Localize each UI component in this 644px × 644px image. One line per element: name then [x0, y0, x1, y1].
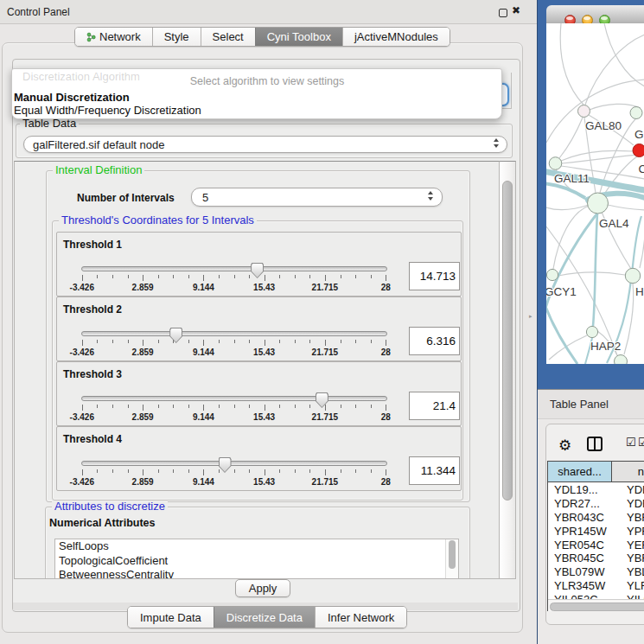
network-edge[interactable] — [559, 118, 583, 158]
algorithm-dropdown-popup: Discretization Algorithm Select algorith… — [11, 68, 502, 119]
mode-tab-impute-data[interactable]: Impute Data — [128, 607, 214, 628]
table-toolbar: ⚙ ☑ ☑ — [545, 435, 644, 456]
network-node[interactable] — [546, 269, 558, 280]
algorithm-option[interactable]: Manual Discretization — [14, 91, 130, 104]
apply-button[interactable]: Apply — [235, 579, 290, 597]
network-node[interactable] — [633, 144, 644, 157]
network-edge[interactable] — [560, 23, 583, 105]
number-of-intervals-spinner[interactable]: 5 — [191, 188, 443, 207]
network-edge[interactable] — [640, 235, 644, 268]
threshold-value-field[interactable]: 11.344 — [409, 456, 460, 485]
tab-style[interactable]: Style — [152, 28, 201, 46]
close-icon[interactable]: ✖ — [512, 4, 520, 16]
slider-tick — [234, 469, 235, 473]
slider-tick-label: 28 — [381, 283, 391, 292]
table-row[interactable]: YDL19...YDL1 — [548, 483, 644, 497]
slider-tick — [386, 469, 386, 475]
table-data-combobox[interactable]: galFiltered.sif default node — [23, 136, 507, 153]
attributes-scrollbar-thumb[interactable] — [449, 540, 456, 569]
slider-thumb[interactable] — [251, 263, 264, 278]
slider-tick-label: 21.715 — [312, 348, 339, 357]
table-horizontal-scrollbar[interactable] — [548, 599, 644, 611]
slider-tick — [203, 340, 204, 346]
tab-label: Network — [99, 30, 141, 43]
table-cell: YBR0 — [620, 511, 644, 524]
slider-thumb[interactable] — [316, 392, 328, 408]
cyni-settings-viewport: Interval Definition Number of Intervals … — [14, 161, 501, 579]
table-cell: YBL079W — [548, 565, 620, 578]
tab-select[interactable]: Select — [201, 28, 255, 46]
slider-track[interactable] — [81, 266, 387, 271]
slider-track[interactable] — [81, 331, 387, 336]
attributes-list-scrollbar[interactable] — [445, 539, 458, 579]
network-edge[interactable] — [608, 205, 644, 210]
list-item[interactable]: SelfLoops — [55, 539, 458, 554]
table-row[interactable]: YBR045CYBR0 — [548, 552, 644, 565]
list-item[interactable]: TopologicalCoefficient — [55, 554, 458, 569]
tab-jactivemnodules[interactable]: jActiveMNodules — [342, 28, 450, 46]
threshold-value-field[interactable]: 21.4 — [409, 392, 460, 420]
tab-cyni-toolbox[interactable]: Cyni Toolbox — [255, 28, 342, 46]
network-node[interactable] — [578, 105, 590, 118]
table-row[interactable]: YPR145WYPR1 — [548, 524, 644, 538]
column-header[interactable]: shared... — [548, 462, 612, 481]
table-row[interactable]: YLR345WYLR3 — [548, 579, 644, 593]
tab-network[interactable]: Network — [75, 28, 152, 46]
slider-thumb[interactable] — [169, 328, 182, 343]
mode-tab-infer-network[interactable]: Infer Network — [315, 607, 406, 628]
gear-icon[interactable]: ⚙ — [558, 436, 571, 455]
network-node[interactable] — [549, 157, 562, 170]
threshold-value-field[interactable]: 14.713 — [409, 262, 460, 290]
network-edge[interactable] — [604, 23, 644, 86]
network-node[interactable] — [615, 355, 628, 365]
slider-tick — [234, 340, 235, 343]
network-view-canvas[interactable]: GAL80G.CGAL11GAL4GCY1HHAP2 — [546, 23, 644, 364]
slider-tick — [249, 275, 250, 278]
slider-tick — [325, 275, 326, 281]
slider-tick — [371, 275, 372, 278]
slider-track[interactable] — [81, 461, 387, 466]
network-window-titlebar[interactable] — [546, 5, 644, 24]
table-row[interactable]: YBL079WYBL0 — [548, 565, 644, 579]
slider-thumb[interactable] — [219, 457, 232, 473]
tab-label: jActiveMNodules — [354, 30, 438, 43]
slider-tick — [203, 405, 204, 411]
slider-tick — [309, 340, 310, 343]
slider-track[interactable] — [81, 396, 387, 401]
network-node[interactable] — [588, 193, 609, 214]
mode-tab-discretize-data[interactable]: Discretize Data — [214, 607, 315, 628]
numerical-attributes-list[interactable]: SelfLoopsTopologicalCoefficientBetweenne… — [54, 539, 459, 579]
slider-tick-label: 15.43 — [253, 348, 275, 357]
network-node[interactable] — [625, 268, 640, 283]
column-header[interactable]: na — [612, 462, 644, 481]
network-node[interactable] — [586, 326, 597, 337]
network-node[interactable] — [630, 107, 642, 119]
slider-tick — [386, 405, 386, 411]
network-edge[interactable] — [546, 80, 644, 143]
splitter-handle[interactable]: ▸ — [529, 313, 533, 319]
table-row[interactable]: YDR27...YDR2 — [548, 497, 644, 511]
unselect-all-icon[interactable]: ☑ — [638, 437, 644, 449]
table-row[interactable]: YER054CYER0 — [548, 538, 644, 552]
table-hscrollbar-thumb[interactable] — [550, 603, 644, 612]
network-edge[interactable] — [562, 154, 644, 163]
slider-tick-label: 15.43 — [253, 477, 275, 487]
algorithm-option[interactable]: Equal Width/Frequency Discretization — [14, 104, 201, 117]
slider-tick — [188, 275, 189, 278]
network-edge[interactable] — [558, 272, 625, 276]
network-edge[interactable] — [553, 206, 589, 269]
threshold-label: Threshold 2 — [63, 303, 122, 316]
table-cell: YBR045C — [548, 552, 620, 564]
cyni-vertical-scrollbar[interactable] — [499, 161, 516, 579]
threshold-value-field[interactable]: 6.316 — [409, 327, 460, 355]
network-edge-highlighted[interactable] — [593, 214, 597, 326]
network-edge-highlighted[interactable] — [546, 304, 577, 364]
network-node-label: GAL11 — [554, 172, 590, 185]
slider-tick-label: 28 — [381, 412, 391, 422]
table-row[interactable]: YBR043CYBR0 — [548, 511, 644, 525]
cyni-scrollbar-thumb[interactable] — [502, 181, 513, 501]
list-item[interactable]: BetweennessCentrality — [55, 568, 458, 579]
split-columns-icon[interactable] — [587, 437, 603, 451]
float-window-icon[interactable] — [499, 9, 507, 17]
select-all-icon[interactable]: ☑ — [626, 437, 636, 449]
